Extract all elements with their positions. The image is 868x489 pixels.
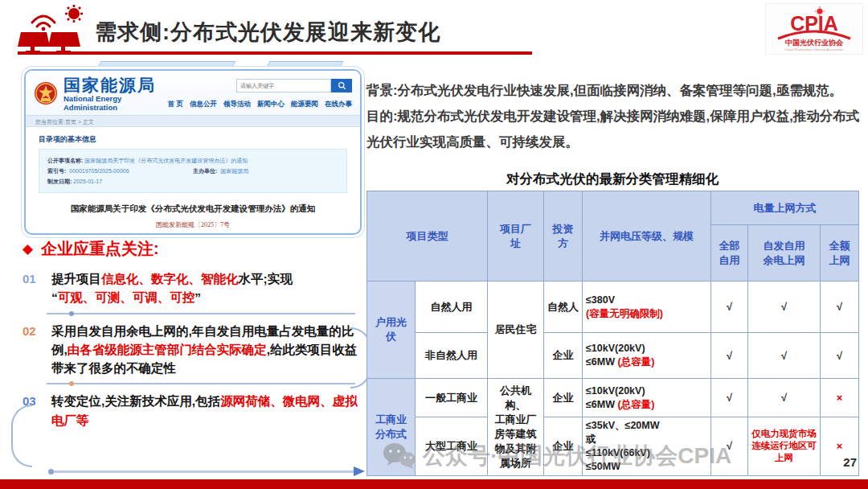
text-segment: 提升项目 (51, 272, 101, 286)
table-row: 工商业 分布式一般工商业公共机构、 工商业厂 房等建筑 物及其附 属场所企业≤1… (367, 379, 859, 417)
cell-mode-mark: √ (821, 333, 859, 379)
field-label: 索引号: (47, 168, 66, 174)
text-segment: ” (194, 290, 201, 304)
nea-nav-item[interactable]: 领导活动 (223, 100, 251, 109)
summary-section: 背景:分布式光伏发电行业快速发展,但面临接网消纳、备案管理等问题,亟需规范。 目… (366, 77, 863, 155)
table-row: 非自然人用企业≤10kV(20kV) ≤6MW (总容量)√√√ (367, 333, 859, 379)
focus-item-text: 转变定位,关注新技术应用,包括源网荷储、微电网、虚拟电厂等 (51, 392, 363, 429)
info-row: 公开事项名称: 国家能源局关于印发《分布式光伏发电开发建设管理办法》的通知 (47, 155, 338, 166)
search-icon (338, 81, 346, 90)
cell-grid-spec: ≤35kV、≤20MW 或 ≤110kV(66kV) ≤50MW (583, 417, 711, 476)
highlight-text: (总容量) (618, 356, 655, 368)
focus-item-03: 03转变定位,关注新技术应用,包括源网荷储、微电网、虚拟电厂等 (23, 392, 363, 429)
nea-header: 国家能源局 National Energy Administration 首 页… (26, 71, 360, 115)
page-title: 需求侧:分布式光伏发展迎来新变化 (95, 18, 440, 47)
focus-item-02: 02采用自发自用余电上网的,年自发自用电量占发电量的比例,由各省级能源主管部门结… (23, 322, 363, 378)
cell-mode-mark: × (821, 379, 859, 417)
nea-nav-item[interactable]: 首 页 (168, 100, 183, 109)
nea-doc-number: 国能发新能规〔2025〕7号 (39, 220, 347, 229)
cell-site: 公共机构、 工商业厂 房等建筑 物及其附 属场所 (488, 379, 544, 476)
focus-item-01: 01提升项目信息化、数字化、智能化水平;实现 “可观、可测、可调、可控” (23, 269, 363, 307)
nea-org-en: National Energy Administration (63, 94, 168, 112)
text-segment: √ (837, 301, 842, 313)
cell-mode-mark: √ (711, 379, 748, 417)
text-segment: √ (727, 350, 732, 362)
col-header-mode-self: 全部 自用 (711, 225, 748, 281)
table-title: 对分布式光伏的最新分类管理精细化 (366, 171, 858, 188)
cell-subtype: 自然人用 (416, 281, 488, 333)
cell-mode-mark: √ (748, 379, 821, 417)
nea-org-name: 国家能源局 National Energy Administration (63, 76, 168, 112)
text-segment: √ (837, 350, 842, 362)
info-row: 制发日期: 2025-01-17 (47, 176, 338, 187)
nea-website-panel: 国家能源局 National Energy Administration 首 页… (24, 69, 362, 235)
nea-infobox: 公开事项名称: 国家能源局关于印发《分布式光伏发电开发建设管理办法》的通知 索引… (39, 149, 347, 193)
focus-heading-text: 企业应重点关注: (41, 238, 159, 260)
nea-nav: 首 页信息公开领导活动新闻中心能源要闻在线办事 (168, 100, 352, 109)
highlight-text: 可观、可测、可调、可控 (58, 290, 195, 304)
nea-org-cn: 国家能源局 (63, 76, 168, 94)
cell-subtype: 一般工商业 (416, 379, 488, 417)
summary-purpose: 目的:规范分布式光伏发电开发建设管理,解决接网消纳难题,保障用户权益,推动分布式… (366, 103, 863, 154)
cell-grid-spec: ≤10kV(20kV) ≤6MW (总容量) (583, 333, 711, 379)
cell-investor: 自然人 (544, 281, 583, 333)
search-button[interactable] (331, 79, 352, 92)
highlight-text: 信息化、数字化、智能化 (101, 272, 239, 286)
highlight-text: (总容量) (618, 399, 655, 410)
cell-investor: 企业 (544, 417, 583, 476)
text-segment: √ (781, 350, 787, 362)
table-body: 户用光伏自然人用居民住宅自然人≤380V (容量无明确限制)√√√非自然人用企业… (367, 281, 859, 476)
cpia-org-en: China Photovoltaic Industry Association (784, 47, 844, 51)
cell-site: 居民住宅 (488, 281, 544, 379)
cell-mode-mark: √ (711, 417, 748, 476)
field-value: 国家能源局 (220, 168, 248, 174)
info-row: 索引号: 000019705/2025-00006 主办单位: 国家能源局 (47, 166, 338, 176)
cell-grid-spec: ≤10kV(20kV) ≤6MW (总容量) (583, 379, 711, 417)
focus-item-number: 02 (23, 322, 51, 378)
cell-mode-mark: √ (711, 333, 748, 379)
national-emblem-icon (34, 80, 58, 108)
col-header-mode-full: 全额 上网 (821, 225, 859, 281)
diamond-icon: ◆ (23, 240, 33, 257)
summary-background: 背景:分布式光伏发电行业快速发展,但面临接网消纳、备案管理等问题,亟需规范。 (366, 77, 863, 103)
text-segment: ≤35kV、≤20MW 或 ≤110kV(66kV) ≤50MW (586, 420, 660, 472)
field-label: 公开事项名称: (47, 155, 83, 166)
slide: 需求侧:分布式光伏发展迎来新变化 CPIA 中国光伏行业协会 China Pho… (0, 0, 868, 489)
highlight-text: 仅电力现货市场连续运行地区可上网 (751, 428, 817, 464)
separator (47, 313, 355, 314)
page-number: 27 (843, 455, 857, 469)
col-header-mode-surplus: 自发自用 余电上网 (748, 225, 821, 281)
solar-panel-icon (14, 5, 92, 53)
bottom-red-bar (0, 479, 868, 489)
focus-item-text: 提升项目信息化、数字化、智能化水平;实现 “可观、可测、可调、可控” (51, 269, 363, 307)
nea-nav-item[interactable]: 能源要闻 (291, 100, 318, 109)
classification-table: 项目类型 项目厂 址 投资 方 并网电压等级、规模 电量上网方式 全部 自用 自… (366, 191, 859, 476)
highlight-text: × (837, 392, 843, 404)
table-wrap: 项目类型 项目厂 址 投资 方 并网电压等级、规模 电量上网方式 全部 自用 自… (366, 191, 858, 476)
nea-nav-item[interactable]: 信息公开 (190, 100, 217, 109)
breadcrumb: 您当前位置:首页 > 正文 (26, 115, 360, 127)
arrow-right-icon (50, 471, 362, 473)
text-segment: ≤380V (586, 294, 615, 306)
nea-info-title: 目录项的基本信息 (39, 134, 347, 145)
cell-mode-mark: √ (821, 281, 859, 333)
cell-investor: 企业 (544, 333, 583, 379)
field-label: 制发日期: (47, 176, 72, 187)
cell-mode-mark: √ (711, 281, 748, 333)
focus-arc-decoration (11, 405, 32, 467)
focus-heading: ◆ 企业应重点关注: (23, 238, 363, 260)
text-segment: √ (781, 392, 787, 404)
highlight-text: (容量无明确限制) (586, 308, 663, 319)
cell-investor: 企业 (544, 379, 583, 417)
highlight-text: × (837, 440, 843, 452)
cell-mode-mark: 仅电力现货市场连续运行地区可上网 (748, 417, 821, 476)
col-header-project-type: 项目类型 (367, 191, 488, 281)
nea-nav-item[interactable]: 新闻中心 (257, 100, 285, 109)
focus-list: 01提升项目信息化、数字化、智能化水平;实现 “可观、可测、可调、可控”02采用… (23, 269, 363, 429)
text-segment: √ (727, 440, 732, 452)
col-header-site: 项目厂 址 (488, 191, 544, 281)
nea-nav-item[interactable]: 在线办事 (325, 100, 352, 109)
table-row: 大型工商业企业≤35kV、≤20MW 或 ≤110kV(66kV) ≤50MW√… (367, 417, 859, 476)
search-input[interactable] (236, 79, 331, 92)
separator (47, 383, 355, 384)
